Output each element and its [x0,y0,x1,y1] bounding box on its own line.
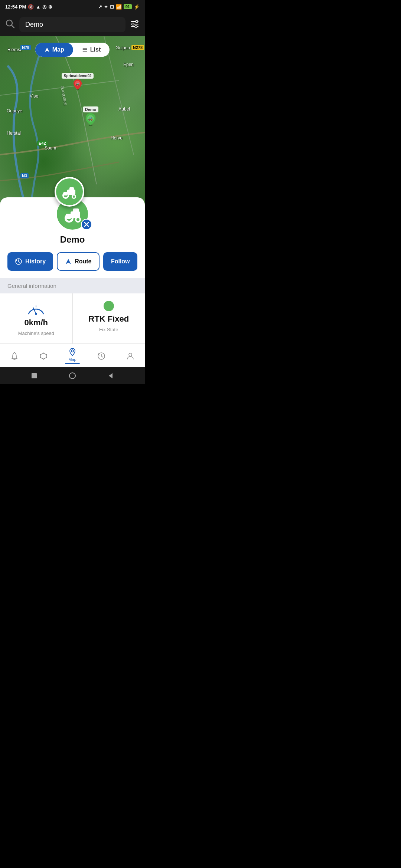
road-badge-e42: E42 [37,141,48,146]
time: 12:54 PM [5,4,26,10]
road-badge-n278: N278 [131,45,144,50]
svg-line-1 [12,25,14,28]
search-input[interactable] [19,17,125,32]
filter-icon[interactable] [130,19,140,30]
svg-point-44 [46,354,47,355]
speedometer-icon [25,301,47,315]
charging-icon: ⚡ [134,4,140,10]
circle-icon: ⊕ [48,4,52,10]
shapes-icon [39,352,48,361]
speed-cell: 0km/h Machine's speed [0,293,72,343]
map-label-vise: Vise [30,93,38,99]
marker-demo[interactable]: Demo 🚜 [84,106,98,126]
map-toggle[interactable]: Map List [35,43,110,57]
back-icon [107,372,114,379]
status-bar: 12:54 PM 🔇 ▲ ◎ ⊕ ↗ ✴ ⊡ 📶 91 ⚡ [0,0,145,13]
avatar-badge[interactable] [81,219,92,230]
road-badge-n3: N3 [20,173,29,178]
android-home-btn[interactable] [69,372,76,379]
list-tab[interactable]: List [73,43,110,57]
bell-icon [10,352,19,361]
android-stop-btn[interactable] [30,372,38,379]
mute-icon: 🔇 [28,4,34,10]
tractor-fab[interactable] [55,177,84,207]
speed-value: 0km/h [24,318,48,328]
device-name: Demo [0,234,145,245]
profile-icon [126,352,135,361]
rtk-label: Fix State [99,327,118,332]
svg-rect-52 [32,373,37,378]
action-buttons: History Route Follow [0,252,145,271]
map-label-oupeye: Oupeye [7,108,22,114]
route-button[interactable]: Route [57,252,100,271]
android-back-btn[interactable] [107,372,114,379]
search-icon[interactable] [5,19,15,31]
map-label-gulpen: Gulpen [115,45,130,50]
general-info-header: General information [0,278,145,293]
svg-marker-8 [45,47,49,52]
info-grid: 0km/h Machine's speed RTK Fixed Fix Stat… [0,293,145,343]
svg-point-45 [46,357,47,358]
navigation-icon: ▲ [36,4,40,10]
svg-point-43 [43,352,44,354]
status-right: ↗ ✴ ⊡ 📶 91 ⚡ [98,4,140,10]
svg-marker-42 [40,353,46,359]
map-container[interactable]: Riemst Gulpen Epen Vise Oupeye Aubel Her… [0,36,145,214]
svg-rect-23 [69,187,74,191]
marker-sprimatdemo02[interactable]: Sprimatdemo02 🚜 [71,73,85,90]
nav-alerts[interactable] [0,352,29,361]
stop-icon [31,372,38,379]
battery-level: 91 [124,4,132,9]
history-label: History [25,258,46,265]
rtk-value: RTK Fixed [88,314,129,324]
android-nav [0,367,145,384]
svg-point-7 [135,26,137,28]
nav-shapes[interactable] [29,352,58,361]
svg-point-21 [73,195,75,198]
nav-map[interactable]: Map [58,348,87,364]
rtk-cell: RTK Fixed Fix State [73,293,145,343]
map-label-herve: Herve [111,135,123,141]
map-background: Riemst Gulpen Epen Vise Oupeye Aubel Her… [0,36,145,214]
history-button[interactable]: History [7,252,53,271]
map-tab[interactable]: Map [35,43,73,57]
bluetooth-icon: ✴ [104,4,108,10]
svg-point-3 [136,20,138,23]
svg-rect-24 [63,192,67,195]
svg-point-28 [76,218,79,221]
svg-point-47 [40,357,41,358]
history-nav-icon [97,352,106,361]
map-label-epen: Epen [123,62,134,67]
svg-point-37 [35,313,37,315]
road-badge-n79: N79 [20,45,31,50]
marker-label-demo: Demo [83,106,99,112]
route-label: Route [75,258,91,265]
bottom-nav: Map [0,343,145,367]
gps-icon: ↗ [98,4,102,10]
nav-map-label: Map [68,357,76,362]
svg-point-5 [132,23,134,25]
nav-history[interactable] [87,352,116,361]
map-label-soum: Soum [45,145,56,151]
status-left: 12:54 PM 🔇 ▲ ◎ ⊕ [5,4,52,10]
svg-text:🚜: 🚜 [76,82,80,86]
speed-label: Machine's speed [18,331,54,336]
search-bar [0,13,145,36]
home-icon [69,372,76,379]
follow-label: Follow [111,258,130,265]
rtk-status-dot [104,301,114,311]
marker-label-sprimatdemo02: Sprimatdemo02 [62,73,93,79]
nav-map-active-bar [65,363,80,364]
svg-rect-31 [66,214,71,219]
svg-rect-30 [73,208,79,213]
map-label-herstal: Herstal [7,131,21,136]
svg-point-49 [71,350,74,352]
location-icon: ◎ [42,4,46,10]
svg-marker-35 [66,259,71,264]
map-label-aubel: Aubel [118,106,130,112]
nav-profile[interactable] [116,352,145,361]
svg-point-51 [129,353,132,356]
follow-button[interactable]: Follow [103,252,137,271]
sim-icon: ⊡ [110,4,114,10]
wifi-icon: 📶 [116,4,122,10]
